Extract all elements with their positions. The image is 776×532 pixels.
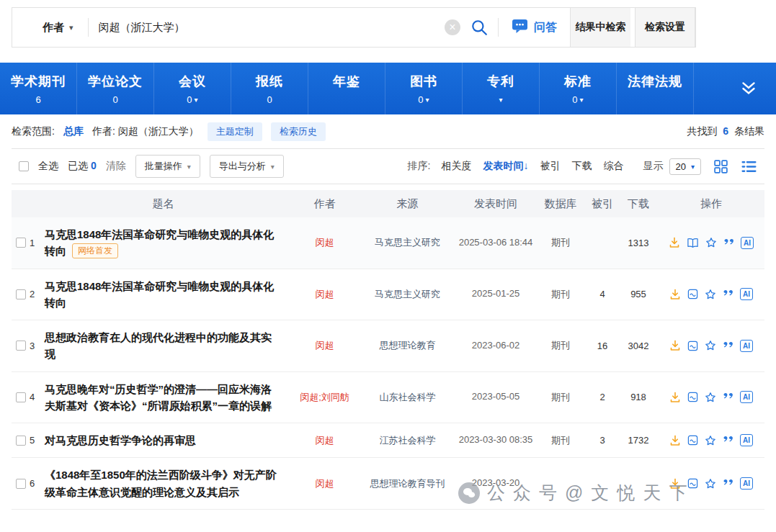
topic-custom-button[interactable]: 主题定制 <box>208 122 262 141</box>
cite-icon[interactable] <box>723 289 733 299</box>
search-history-button[interactable]: 检索历史 <box>271 122 326 141</box>
result-row: 5对马克思历史哲学争论的再审思闵超江苏社会科学2023-03-30 08:35期… <box>12 423 764 458</box>
html-read-icon[interactable] <box>687 478 698 489</box>
author-link[interactable]: 闵超 <box>316 237 334 248</box>
article-title-link[interactable]: 对马克思历史哲学争论的再审思 <box>45 434 196 446</box>
cited-count[interactable]: 3 <box>586 435 619 446</box>
sort-option-4[interactable]: 下载 <box>572 160 592 173</box>
article-title-link[interactable]: 马克思晚年对“历史哲学”的澄清——回应米海洛夫斯基对《资本论》“所谓原始积累”一… <box>45 383 272 412</box>
ai-assistant-button[interactable]: AI <box>740 391 753 403</box>
nav-tab-1[interactable]: 学术期刊6 <box>0 63 77 114</box>
publish-date: 2023-03-30 08:35 <box>456 433 535 448</box>
row-checkbox[interactable] <box>16 289 26 299</box>
row-checkbox[interactable] <box>16 392 26 402</box>
export-analyze-dropdown[interactable]: 导出与分析▾ <box>210 155 284 178</box>
publish-date: 2023-03-20 <box>456 476 535 491</box>
html-read-icon[interactable] <box>687 289 698 299</box>
author-link[interactable]: 闵超 <box>316 340 334 351</box>
nav-tab-2[interactable]: 学位论文0 <box>77 63 154 114</box>
favorite-icon[interactable] <box>705 478 716 490</box>
html-read-icon[interactable] <box>687 392 698 402</box>
cite-icon[interactable] <box>723 479 733 488</box>
sort-option-3[interactable]: 被引 <box>540 160 561 173</box>
sort-option-5[interactable]: 综合 <box>604 160 624 173</box>
cited-count[interactable]: 4 <box>586 289 619 299</box>
html-read-icon[interactable] <box>687 341 698 351</box>
list-view-icon[interactable] <box>741 159 757 174</box>
source-link[interactable]: 江苏社会科学 <box>380 435 436 446</box>
nav-tab-7[interactable]: 专利▾ <box>463 63 540 114</box>
favorite-icon[interactable] <box>705 340 716 351</box>
qa-link[interactable]: 问答 <box>499 19 570 37</box>
ai-assistant-button[interactable]: AI <box>741 237 754 249</box>
cite-icon[interactable] <box>723 436 733 445</box>
source-link[interactable]: 思想理论教育导刊 <box>370 478 445 489</box>
nav-tab-5[interactable]: 年鉴 <box>308 63 385 114</box>
results-toolbar: 全选 已选0 清除 批量操作▾ 导出与分析▾ 排序: 相关度发表时间↓被引下载综… <box>12 148 764 184</box>
author-link[interactable]: 闵超 <box>316 435 334 446</box>
cite-icon[interactable] <box>723 238 734 248</box>
nav-tab-6[interactable]: 图书0▾ <box>385 63 463 114</box>
author-link[interactable]: 闵超 <box>316 478 334 489</box>
nav-tab-4[interactable]: 报纸0 <box>231 63 308 114</box>
cited-count[interactable]: 2 <box>586 392 619 402</box>
search-settings-button[interactable]: 检索设置 <box>635 8 695 47</box>
grid-view-icon[interactable] <box>713 159 728 174</box>
download-icon[interactable] <box>669 392 681 403</box>
row-number: 3 <box>30 341 35 351</box>
html-read-icon[interactable] <box>687 435 698 446</box>
download-count: 3042 <box>619 341 658 351</box>
select-all-label[interactable]: 全选 <box>38 160 58 173</box>
batch-actions-dropdown[interactable]: 批量操作▾ <box>135 155 200 178</box>
page-size-select[interactable]: 20▾ <box>669 158 702 175</box>
row-checkbox[interactable] <box>16 436 26 446</box>
clear-search-icon[interactable]: × <box>445 19 460 35</box>
display-label: 显示 <box>643 160 664 173</box>
cite-icon[interactable] <box>723 392 733 402</box>
source-link[interactable]: 马克思主义研究 <box>375 237 440 248</box>
nav-tab-3[interactable]: 会议0▾ <box>154 63 231 114</box>
favorite-icon[interactable] <box>705 289 716 300</box>
favorite-icon[interactable] <box>705 237 717 248</box>
row-checkbox[interactable] <box>16 479 26 489</box>
row-checkbox[interactable] <box>16 238 26 248</box>
source-link[interactable]: 山东社会科学 <box>380 392 436 402</box>
search-input[interactable] <box>89 22 445 34</box>
article-title-link[interactable]: 马克思1848年法国革命研究与唯物史观的具体化转向 <box>45 280 274 309</box>
download-icon[interactable] <box>669 435 681 446</box>
source-link[interactable]: 马克思主义研究 <box>375 289 440 299</box>
article-title-link[interactable]: 《1848年至1850年的法兰西阶级斗争》对无产阶级革命主体意识觉醒的理论意义及… <box>45 469 277 497</box>
ai-assistant-button[interactable]: AI <box>740 288 753 300</box>
favorite-icon[interactable] <box>705 435 716 446</box>
scope-value-link[interactable]: 总库 <box>63 125 84 138</box>
sort-option-2[interactable]: 发表时间↓ <box>483 160 529 173</box>
row-checkbox[interactable] <box>16 341 26 351</box>
search-field-selector[interactable]: 作者 ▾ <box>12 21 88 35</box>
download-icon[interactable] <box>669 478 681 490</box>
cite-icon[interactable] <box>723 341 733 351</box>
search-condition: 作者: 闵超（浙江大学） <box>92 125 199 138</box>
search-in-results-button[interactable]: 结果中检索 <box>570 8 630 47</box>
result-row: 3思想政治教育在人的现代化进程中的功能及其实现闵超思想理论教育2023-06-0… <box>12 320 764 372</box>
article-title-link[interactable]: 思想政治教育在人的现代化进程中的功能及其实现 <box>45 331 272 360</box>
ai-assistant-button[interactable]: AI <box>740 340 753 352</box>
nav-tab-8[interactable]: 标准0▾ <box>540 63 617 114</box>
author-link[interactable]: 闵超 <box>316 289 334 299</box>
download-icon[interactable] <box>669 289 681 300</box>
ai-assistant-button[interactable]: AI <box>740 434 753 446</box>
sort-option-1[interactable]: 相关度 <box>442 160 472 173</box>
table-header: 题名作者来源发表时间数据库被引下载操作 <box>12 190 764 217</box>
chevron-down-double-icon[interactable] <box>739 81 759 96</box>
read-online-icon[interactable] <box>687 238 699 248</box>
nav-tab-9[interactable]: 法律法规 <box>617 63 694 114</box>
select-all-checkbox[interactable] <box>19 161 29 171</box>
favorite-icon[interactable] <box>705 392 716 403</box>
author-link[interactable]: 闵超;刘同舫 <box>300 392 349 402</box>
clear-selection-button[interactable]: 清除 <box>106 160 126 173</box>
search-icon[interactable] <box>470 19 488 36</box>
source-link[interactable]: 思想理论教育 <box>380 340 436 351</box>
download-icon[interactable] <box>669 237 680 248</box>
cited-count[interactable]: 16 <box>586 341 619 351</box>
download-icon[interactable] <box>669 340 681 351</box>
ai-assistant-button[interactable]: AI <box>740 477 753 490</box>
